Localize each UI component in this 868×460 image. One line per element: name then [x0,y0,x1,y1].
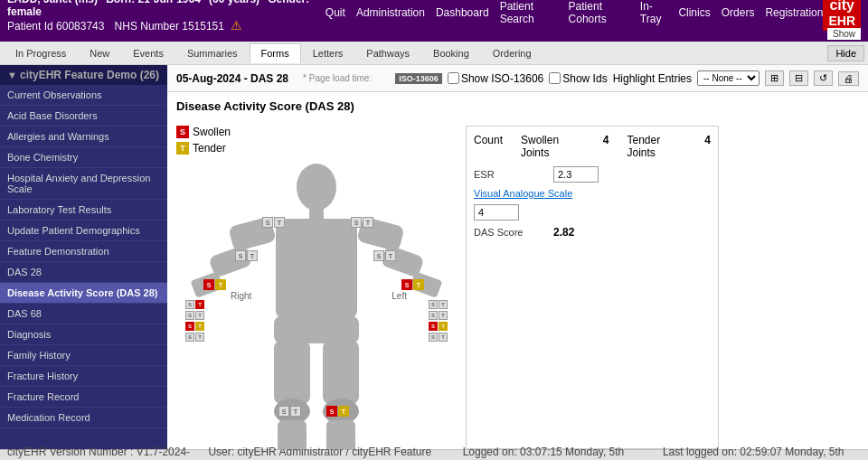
hide-button[interactable]: Hide [827,45,864,61]
mcp-l1-s[interactable]: S [429,300,438,309]
joint-btn-wrist-left-t[interactable]: T [413,279,424,290]
mcp-right: S T S T S T S T [185,300,204,342]
vas-input[interactable] [474,204,519,221]
mcp-l4-s[interactable]: S [429,333,438,342]
joint-btn-knee-left-t[interactable]: T [338,406,349,417]
svg-rect-15 [326,420,355,449]
sidebar-item-family-history[interactable]: Family History [0,345,167,366]
show-ids-label[interactable]: Show Ids [549,72,607,85]
sidebar-item-allergies[interactable]: Allergies and Warnings [0,127,167,147]
mcp-r3-t[interactable]: T [195,322,204,331]
joint-btn-knee-right-t[interactable]: T [290,406,301,417]
sidebar-item-lab-test[interactable]: Laboratory Test Results [0,200,167,221]
sidebar-item-current-observations[interactable]: Current Observations [0,85,167,106]
nav-in-tray[interactable]: In-Tray [640,0,668,25]
joint-btn-wrist-right-s[interactable]: S [203,279,214,290]
joint-btn-shoulder-right-t[interactable]: T [274,217,285,228]
joint-btn-shoulder-right-s[interactable]: S [262,217,273,228]
sidebar-item-fracture-record[interactable]: Fracture Record [0,387,167,408]
toolbar-btn-refresh[interactable]: ↺ [814,70,833,86]
joint-btn-elbow-left-s[interactable]: S [373,250,384,261]
mcp-l4-t[interactable]: T [439,333,448,342]
show-button[interactable]: Show [827,28,861,40]
legend-tender: T Tender [176,142,457,155]
tab-pathways[interactable]: Pathways [354,43,421,63]
joint-wrist-right: S T [203,279,226,290]
mcp-l3-s[interactable]: S [429,322,438,331]
nav-patient-cohorts[interactable]: Patient Cohorts [569,0,629,25]
toolbar-btn-1[interactable]: ⊞ [765,70,784,86]
patient-name: LADD, Janet (ms) Born: 21-Jun-1964 (60 y… [7,0,326,18]
sidebar-item-update-patient[interactable]: Update Patient Demographics [0,221,167,241]
nav-orders[interactable]: Orders [722,6,755,19]
joint-shoulder-right: S T [262,217,285,228]
sidebar-item-bone-chemistry[interactable]: Bone Chemistry [0,147,167,168]
nav-dashboard[interactable]: Dashboard [436,6,489,19]
joint-btn-elbow-left-t[interactable]: T [385,250,396,261]
joint-btn-elbow-right-s[interactable]: S [235,250,246,261]
sidebar-item-medication[interactable]: Medication Record [0,408,167,428]
mcp-r4-s[interactable]: S [185,333,194,342]
svg-point-0 [297,164,336,211]
joint-btn-shoulder-left-s[interactable]: S [351,217,362,228]
swollen-legend-box: S [176,126,189,138]
tab-ordering[interactable]: Ordering [481,43,543,63]
highlight-select[interactable]: -- None -- [697,70,760,86]
nav-clinics[interactable]: Clinics [678,6,710,19]
nav-patient-search[interactable]: Patient Search [500,0,558,25]
tab-bar: In Progress New Events Summaries Forms L… [0,42,868,65]
nav-registration[interactable]: Registration [765,6,823,19]
joint-btn-shoulder-left-t[interactable]: T [363,217,373,228]
highlight-label: Highlight Entries [613,72,692,85]
tab-forms[interactable]: Forms [250,43,301,63]
svg-rect-10 [274,341,310,404]
sidebar-item-das68[interactable]: DAS 68 [0,304,167,324]
tab-in-progress[interactable]: In Progress [4,43,78,63]
joint-btn-knee-left-s[interactable]: S [326,406,337,417]
joint-elbow-left: S T [373,250,396,261]
mcp-r4-t[interactable]: T [195,333,204,342]
esr-row: ESR [474,166,711,183]
sidebar-item-diagnosis[interactable]: Diagnosis [0,324,167,345]
toolbar-btn-2[interactable]: ⊟ [789,70,808,86]
mcp-l3-t[interactable]: T [439,322,448,331]
das-form-title: Disease Activity Score (DAS 28) [167,92,868,117]
tab-summaries[interactable]: Summaries [175,43,250,63]
tab-booking[interactable]: Booking [421,43,481,63]
joint-btn-elbow-right-t[interactable]: T [247,250,258,261]
show-iso-label[interactable]: Show ISO-13606 [448,72,543,85]
show-iso-checkbox[interactable] [448,72,459,84]
joint-shoulder-left: S T [351,217,373,228]
score-panel: Count Swollen Joints 4 Tender Joints 4 E… [466,126,719,449]
mcp-r1-s[interactable]: S [185,300,194,309]
sidebar-item-das28[interactable]: DAS 28 [0,262,167,283]
mcp-r3-s[interactable]: S [185,322,194,331]
tab-events[interactable]: Events [121,43,175,63]
joint-btn-knee-right-s[interactable]: S [278,406,289,417]
label-right: Right [231,291,251,301]
nav-administration[interactable]: Administration [356,6,425,19]
mcp-r1-t[interactable]: T [195,300,204,309]
tab-letters[interactable]: Letters [301,43,355,63]
joint-btn-wrist-left-s[interactable]: S [401,279,412,290]
mcp-l2-t[interactable]: T [439,311,448,320]
mcp-l2-s[interactable]: S [429,311,438,320]
sidebar-item-fracture-history[interactable]: Fracture History [0,366,167,387]
toolbar-btn-print[interactable]: 🖨 [838,71,859,86]
show-ids-checkbox[interactable] [549,72,561,84]
mcp-l1-t[interactable]: T [439,300,448,309]
mcp-r2-t[interactable]: T [195,311,204,320]
svg-rect-1 [309,208,324,221]
sidebar-item-acid-base[interactable]: Acid Base Disorders [0,106,167,127]
footer-version: cityEHR Version Number : V1.7-2024-07-22… [7,446,190,461]
nav-quit[interactable]: Quit [326,6,345,19]
esr-input[interactable] [553,166,599,183]
mcp-r2-s[interactable]: S [185,311,194,320]
joint-wrist-left: S T [401,279,424,290]
tab-new[interactable]: New [78,43,121,63]
vas-link[interactable]: Visual Analogue Scale [474,188,572,199]
joint-btn-wrist-right-t[interactable]: T [215,279,226,290]
sidebar-item-feature-demo[interactable]: Feature Demonstration [0,241,167,262]
sidebar-item-das28-score[interactable]: Disease Activity Score (DAS 28) [0,283,167,304]
sidebar-item-hospital-anxiety[interactable]: Hospital Anxiety and Depression Scale [0,168,167,200]
